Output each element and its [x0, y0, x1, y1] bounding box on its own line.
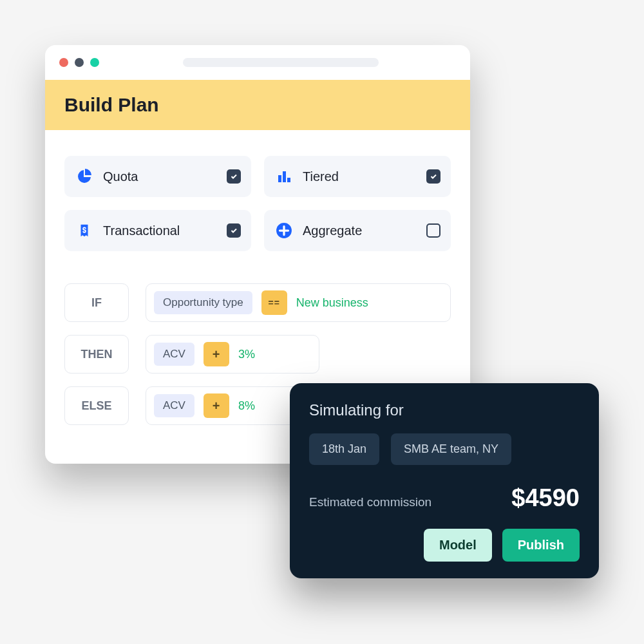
team-chip[interactable]: SMB AE team, NY: [391, 433, 511, 465]
model-button[interactable]: Model: [424, 529, 492, 562]
estimated-amount: $4590: [511, 484, 580, 512]
operator-chip[interactable]: ==: [261, 290, 287, 315]
option-tiered[interactable]: Tiered: [264, 156, 451, 197]
simulation-card: Simulating for 18th Jan SMB AE team, NY …: [290, 383, 599, 578]
svg-rect-0: [278, 175, 281, 182]
expression[interactable]: Opportunity type == New business: [146, 283, 451, 322]
estimated-commission-row: Estimated commission $4590: [309, 484, 580, 512]
option-transactional[interactable]: Transactional: [64, 210, 251, 251]
checkbox-checked-icon[interactable]: [227, 223, 241, 238]
field-chip[interactable]: ACV: [154, 394, 194, 417]
plan-options: Quota Tiered Transactional: [45, 130, 470, 264]
simulation-filters: 18th Jan SMB AE team, NY: [309, 433, 580, 465]
maximize-icon[interactable]: [90, 58, 99, 67]
option-label: Tiered: [303, 169, 417, 184]
checkbox-checked-icon[interactable]: [426, 169, 440, 184]
option-quota[interactable]: Quota: [64, 156, 251, 197]
checkbox-unchecked-icon[interactable]: [426, 223, 440, 238]
svg-rect-2: [287, 178, 290, 182]
close-icon[interactable]: [59, 58, 68, 67]
publish-button[interactable]: Publish: [502, 529, 580, 562]
estimated-label: Estimated commission: [309, 495, 431, 509]
plus-circle-icon: [274, 221, 294, 240]
rule-then: THEN ACV + 3%: [64, 335, 451, 374]
minimize-icon[interactable]: [75, 58, 84, 67]
expression[interactable]: ACV + 3%: [146, 335, 319, 374]
operator-chip[interactable]: +: [204, 393, 229, 418]
date-chip[interactable]: 18th Jan: [309, 433, 379, 465]
pie-chart-icon: [75, 167, 94, 186]
value[interactable]: 3%: [238, 348, 255, 361]
svg-rect-1: [283, 171, 286, 182]
option-label: Transactional: [103, 223, 218, 238]
field-chip[interactable]: ACV: [154, 343, 194, 366]
keyword-then: THEN: [64, 335, 129, 374]
option-label: Quota: [103, 169, 218, 184]
keyword-else: ELSE: [64, 386, 129, 425]
page-title: Build Plan: [45, 80, 470, 130]
option-aggregate[interactable]: Aggregate: [264, 210, 451, 251]
keyword-if: IF: [64, 283, 129, 322]
rule-if: IF Opportunity type == New business: [64, 283, 451, 322]
checkbox-checked-icon[interactable]: [227, 169, 241, 184]
window-titlebar: [45, 45, 470, 80]
field-chip[interactable]: Opportunity type: [154, 291, 252, 314]
simulation-title: Simulating for: [309, 401, 580, 419]
option-label: Aggregate: [303, 223, 417, 238]
address-bar-placeholder: [183, 58, 379, 67]
value[interactable]: New business: [296, 296, 368, 310]
simulation-actions: Model Publish: [309, 529, 580, 562]
operator-chip[interactable]: +: [204, 342, 229, 366]
receipt-icon: [75, 221, 94, 240]
value[interactable]: 8%: [238, 399, 255, 413]
bar-chart-icon: [274, 167, 294, 186]
